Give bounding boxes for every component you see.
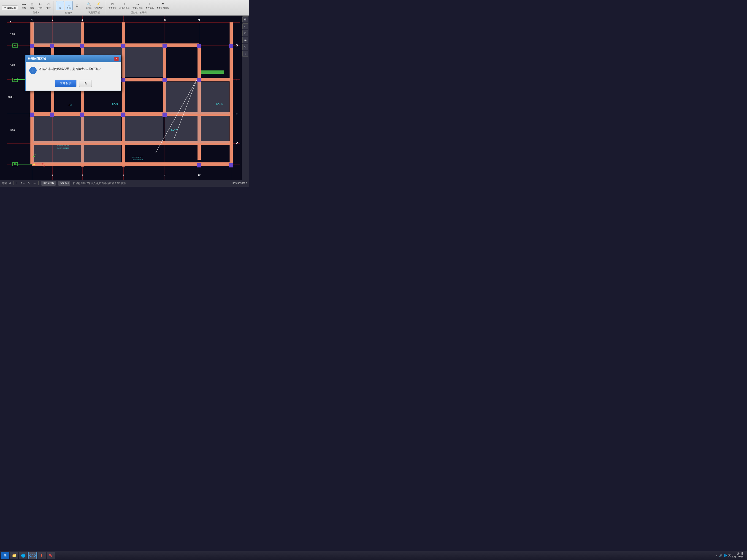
toolbar-btn-offset[interactable]: ⊞ 偏移: [28, 1, 36, 10]
svg-text:4: 4: [81, 18, 83, 22]
status-divider-1: [14, 181, 14, 185]
set-arch-icon: ⊓: [110, 2, 115, 6]
dialog-titlebar: 检测封闭区域 ×: [26, 55, 121, 62]
dialog-detect-button[interactable]: 立即检测: [55, 80, 76, 87]
point-label: 点: [59, 7, 61, 9]
toolbar-btn-identify-slab[interactable]: 🔍 识别板: [85, 1, 93, 10]
svg-text:X: X: [44, 165, 45, 167]
svg-rect-40: [229, 44, 233, 48]
toolbar-btn-view-rebar[interactable]: ≋ 查看板内钢筋: [156, 1, 170, 10]
toolbar-btn-line[interactable]: ⎯ 直线: [65, 1, 73, 10]
cad-canvas[interactable]: 1 2 4 6 8 9 G F E D J 2500 2700 1600T 17…: [0, 16, 249, 180]
svg-text:HXBYC8B100: HXBYC8B100: [57, 145, 69, 147]
toolbar-group-draw: · 点 ⎯ 直线 □ 绘图 ▾: [55, 1, 82, 15]
svg-text:F: F: [15, 79, 16, 81]
svg-text:F: F: [236, 78, 237, 82]
toolbar-btn-check-elev[interactable]: ↕ 查改标高: [145, 1, 155, 10]
view-rebar-icon: ≋: [160, 2, 165, 6]
svg-rect-52: [201, 71, 224, 74]
svg-text:2500: 2500: [9, 33, 15, 35]
right-tool-zoom-realtime[interactable]: □: [242, 30, 248, 36]
draw-group-label: 绘图 ▾: [65, 11, 72, 15]
svg-rect-46: [50, 112, 54, 117]
right-tool-orbit[interactable]: ◉: [242, 37, 248, 43]
svg-rect-48: [121, 112, 125, 117]
svg-rect-44: [197, 78, 201, 82]
svg-rect-39: [197, 44, 201, 48]
right-tool-properties[interactable]: ≡: [242, 51, 248, 57]
toolbar-btn-point[interactable]: · 点: [56, 1, 64, 10]
main-toolbar: ▼ 图元过滤 ⟺ 镜像 ⊞ 偏移 ✂ 分割 ↺ 旋转 修改 ▾: [0, 0, 249, 16]
toolbar-btn-mirror[interactable]: ⟺ 镜像: [20, 1, 27, 10]
toolbar-btn-rect[interactable]: □: [74, 3, 81, 8]
svg-rect-45: [30, 112, 34, 117]
toolbar-btn-set-arch[interactable]: ⊓ 设置拱板: [108, 1, 118, 10]
identify-slab-icon: 🔍: [86, 2, 91, 6]
status-icon-line: / ·: [28, 182, 30, 185]
svg-rect-28: [125, 47, 163, 77]
toolbar-btn-split-beam[interactable]: ⊸ 按梁分割板: [132, 1, 144, 10]
toolbar-btn-rotate[interactable]: ↺ 旋转: [45, 1, 52, 10]
svg-text:1: 1: [31, 18, 33, 22]
svg-text:5: 5: [123, 174, 124, 176]
svg-text:9: 9: [198, 18, 200, 22]
svg-rect-38: [162, 44, 166, 48]
line-label: 直线: [67, 7, 71, 9]
svg-text:3: 3: [82, 174, 83, 176]
set-arch-label: 设置拱板: [108, 7, 117, 9]
toolbar-row-modify: ⟺ 镜像 ⊞ 偏移 ✂ 分割 ↺ 旋转: [20, 1, 52, 10]
split-beam-icon: ⊸: [135, 2, 140, 6]
right-toolbar: ⊡ □ □ ◉ C ≡: [242, 16, 249, 180]
edit-group-label: 现浇板二次编辑: [131, 11, 147, 14]
point-icon: ·: [57, 2, 63, 6]
layer-select-btn[interactable]: 绑图层选择: [42, 181, 56, 186]
svg-text:D: D: [14, 163, 16, 166]
svg-rect-36: [80, 44, 84, 48]
split-beam-label: 按梁分割板: [132, 7, 143, 9]
toolbar-btn-smart-layout[interactable]: ⚡ 智能布置: [94, 1, 104, 10]
svg-text:1:XBYC8B109: 1:XBYC8B109: [57, 147, 69, 149]
svg-rect-50: [197, 163, 201, 167]
svg-text:6: 6: [123, 18, 124, 22]
svg-text:D: D: [236, 141, 238, 144]
cancel-lift-label: 取消升降板: [120, 7, 130, 9]
right-tool-zoom-extents[interactable]: ⊡: [242, 17, 248, 22]
offset-icon: ⊞: [29, 2, 35, 6]
toolbar-btn-split[interactable]: ✂ 分割: [36, 1, 44, 10]
dialog-info-icon: i: [29, 67, 36, 74]
toolbar-group-modify: ⟺ 镜像 ⊞ 偏移 ✂ 分割 ↺ 旋转 修改 ▾: [19, 1, 54, 14]
svg-rect-43: [162, 78, 166, 82]
smart-layout-icon: ⚡: [96, 2, 101, 6]
toolbar-group-identify: 🔍 识别板 ⚡ 智能布置 识别现浇板: [83, 1, 105, 14]
status-divider-2: [38, 181, 39, 185]
toolbar-row-edit: ⊓ 设置拱板 ↕ 取消升降板 ⊸ 按梁分割板 ↕ 查改标高 ≋ 查看板内钢筋: [108, 1, 170, 10]
fps-display: 333.333 FPS: [233, 182, 247, 185]
svg-rect-26: [33, 22, 81, 45]
svg-text:7: 7: [164, 174, 165, 176]
filter-button[interactable]: ▼ 图元过滤: [2, 5, 18, 10]
dialog-no-button[interactable]: 否: [79, 80, 92, 87]
polyline-select-btn[interactable]: 折线选择: [58, 181, 70, 186]
dialog-footer: 立即检测 否: [26, 78, 121, 90]
mirror-icon: ⟺: [21, 2, 27, 6]
right-tool-undo[interactable]: C: [242, 44, 248, 50]
svg-text:2700: 2700: [9, 64, 15, 66]
check-elev-label: 查改标高: [146, 7, 154, 9]
svg-rect-37: [121, 44, 125, 48]
hide-count: 隐藏：0: [2, 182, 11, 185]
mirror-label: 镜像: [22, 7, 26, 9]
right-tool-zoom-window[interactable]: □: [242, 23, 248, 29]
svg-text:1600T: 1600T: [8, 96, 15, 98]
svg-text:Y: Y: [34, 154, 36, 156]
identify-group-label: 识别现浇板: [88, 11, 100, 14]
svg-rect-47: [80, 112, 84, 117]
rect-icon: □: [74, 3, 80, 8]
toolbar-row-draw: · 点 ⎯ 直线 □: [56, 1, 81, 10]
toolbar-btn-cancel-lift[interactable]: ↕ 取消升降板: [119, 1, 131, 10]
status-right: 333.333 FPS: [233, 182, 247, 185]
svg-text:h=120: h=120: [216, 103, 223, 105]
dialog-close-button[interactable]: ×: [114, 57, 119, 61]
svg-rect-32: [165, 82, 229, 114]
svg-text:LB1: LB1: [68, 104, 72, 106]
svg-text:1X0YC8B260: 1X0YC8B260: [132, 159, 143, 161]
